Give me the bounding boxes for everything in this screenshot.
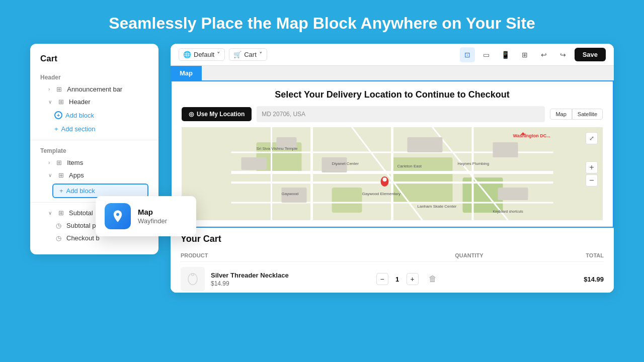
plus-circle-icon: + — [54, 111, 62, 119]
redo-btn[interactable]: ↪ — [555, 47, 571, 62]
svg-text:Gaywood: Gaywood — [282, 192, 299, 196]
tooltip-icon-box — [105, 203, 131, 229]
template-section-label: Template — [30, 144, 158, 156]
sidebar-item-header[interactable]: ∨ ⊞ Header — [30, 96, 158, 108]
tooltip-subtitle: Wayfinder — [138, 217, 167, 225]
zoom-in-button[interactable]: + — [586, 161, 598, 173]
subtotal-icon: ⊞ — [57, 209, 65, 217]
chevron-right-icon-items: › — [48, 160, 50, 165]
address-bar: MD 20706, USA — [257, 106, 545, 122]
zoom-out-button[interactable]: − — [586, 174, 598, 187]
map-section: Select Your Delivery Location to Continu… — [172, 81, 613, 227]
tooltip-name: Map — [138, 208, 167, 216]
cart-item-info: Silver Threader Necklace $14.99 — [211, 272, 323, 287]
add-section-button[interactable]: + Add section — [30, 122, 158, 136]
svg-rect-20 — [498, 188, 528, 200]
fullscreen-button[interactable]: ⤢ — [586, 132, 598, 144]
mobile-view-btn[interactable]: 📱 — [498, 47, 513, 62]
map-controls-row: ◎ Use My Location MD 20706, USA Map Sate… — [182, 106, 603, 122]
svg-text:Carleton East: Carleton East — [397, 164, 422, 168]
default-label: Default — [194, 51, 214, 58]
svg-text:Haynes Plumbing: Haynes Plumbing — [458, 161, 490, 166]
cart-item-name: Silver Threader Necklace — [211, 272, 323, 279]
sidebar-item-apps[interactable]: ∨ ⊞ Apps — [30, 169, 158, 182]
subtotal-price-icon: ◷ — [54, 222, 62, 229]
cart-label: Cart — [244, 51, 257, 58]
toolbar-right: ⊡ ▭ 📱 ⊞ ↩ ↪ Save — [460, 47, 606, 62]
use-location-label: Use My Location — [197, 111, 245, 118]
tablet-icon: ▭ — [483, 51, 490, 59]
sidebar-item-announcement[interactable]: › ⊞ Announcement bar — [30, 83, 158, 96]
svg-point-35 — [192, 274, 194, 276]
add-block-button-header[interactable]: + Add block — [30, 108, 158, 122]
quantity-controls: − 1 + 🗑 — [323, 273, 492, 285]
sidebar-item-apps-label: Apps — [69, 171, 84, 179]
undo-btn[interactable]: ↩ — [536, 47, 551, 62]
quantity-increase-button[interactable]: + — [407, 273, 419, 285]
svg-text:Washington DC...: Washington DC... — [513, 133, 550, 138]
divider — [30, 140, 158, 140]
add-section-label: Add section — [61, 125, 96, 133]
sidebar-item-items[interactable]: › ⊞ Items — [30, 156, 158, 169]
browser-content: Map Select Your Delivery Location to Con… — [171, 66, 614, 293]
svg-point-23 — [383, 177, 387, 182]
cart-section: Your Cart PRODUCT QUANTITY TOTAL — [171, 228, 614, 293]
chevron-down-icon-subtotal: ∨ — [48, 210, 52, 216]
map-tab[interactable]: Map — [171, 66, 202, 80]
item-total: $14.99 — [492, 276, 604, 283]
add-block-label: Add block — [65, 112, 94, 119]
checkout-icon: ◷ — [54, 234, 62, 242]
globe-icon: 🌐 — [183, 51, 191, 58]
toolbar-left: 🌐 Default ˅ 🛒 Cart ˅ — [179, 48, 455, 61]
browser-panel: 🌐 Default ˅ 🛒 Cart ˅ ⊡ ▭ — [171, 44, 614, 293]
use-location-button[interactable]: ◎ Use My Location — [182, 107, 252, 121]
cart-dropdown[interactable]: 🛒 Cart ˅ — [229, 48, 267, 61]
tooltip-info: Map Wayfinder — [138, 208, 167, 225]
map-type-satellite[interactable]: Satellite — [572, 109, 603, 120]
map-svg: Carleton East Haynes Plumbing Diyanet Ce… — [182, 127, 603, 220]
svg-rect-18 — [408, 137, 443, 152]
map-pin-icon — [111, 209, 125, 223]
add-block-highlighted-label: Add block — [66, 187, 95, 195]
location-icon: ◎ — [189, 111, 194, 118]
necklace-icon — [185, 272, 200, 287]
grid-icon: ⊞ — [55, 85, 63, 93]
sidebar-item-announcement-label: Announcement bar — [67, 85, 122, 93]
chevron-right-icon: › — [48, 86, 50, 92]
map-type-map[interactable]: Map — [550, 109, 572, 120]
svg-text:Gaywood Elementary: Gaywood Elementary — [362, 192, 400, 196]
save-button[interactable]: Save — [575, 48, 606, 61]
tablet-view-btn[interactable]: ▭ — [479, 47, 494, 62]
default-dropdown[interactable]: 🌐 Default ˅ — [179, 48, 225, 61]
chevron-down-icon: ∨ — [48, 99, 52, 105]
browser-toolbar: 🌐 Default ˅ 🛒 Cart ˅ ⊡ ▭ — [171, 44, 614, 66]
svg-text:Keyboard shortcuts: Keyboard shortcuts — [493, 210, 524, 214]
tooltip-popup: Map Wayfinder — [96, 196, 196, 236]
fit-view-btn[interactable]: ⊞ — [517, 47, 532, 62]
map-tab-bar: Map — [171, 66, 614, 80]
cart-panel-title: Cart — [30, 54, 158, 71]
desktop-view-btn[interactable]: ⊡ — [460, 47, 475, 62]
header-grid-icon: ⊞ — [57, 98, 65, 106]
sidebar-item-items-label: Items — [67, 159, 83, 166]
col-product-header: PRODUCT — [181, 252, 412, 258]
table-row: Silver Threader Necklace $14.99 − 1 + 🗑 … — [181, 262, 604, 293]
quantity-decrease-button[interactable]: − — [376, 273, 388, 285]
sidebar-item-subtotal-price-label: Subtotal pri — [66, 222, 100, 229]
redo-icon: ↪ — [560, 51, 566, 59]
delete-item-button[interactable]: 🗑 — [427, 273, 439, 285]
apps-grid-icon: ⊞ — [57, 171, 65, 179]
chevron-down-cart: ˅ — [259, 51, 263, 58]
svg-text:Diyanet Center: Diyanet Center — [332, 161, 359, 166]
mobile-icon: 📱 — [501, 51, 510, 59]
map-block: Select Your Delivery Location to Continu… — [171, 80, 614, 228]
desktop-icon: ⊡ — [464, 51, 470, 59]
items-grid-icon: ⊞ — [55, 159, 63, 166]
svg-text:Sri Siva Vishnu Temple: Sri Siva Vishnu Temple — [257, 146, 298, 151]
svg-rect-19 — [493, 142, 518, 157]
cart-item-price: $14.99 — [211, 280, 323, 287]
product-image — [181, 267, 205, 291]
chevron-down-default: ˅ — [217, 51, 220, 58]
sidebar-item-header-label: Header — [69, 98, 91, 106]
sidebar-item-subtotal-label: Subtotal — [69, 209, 93, 217]
